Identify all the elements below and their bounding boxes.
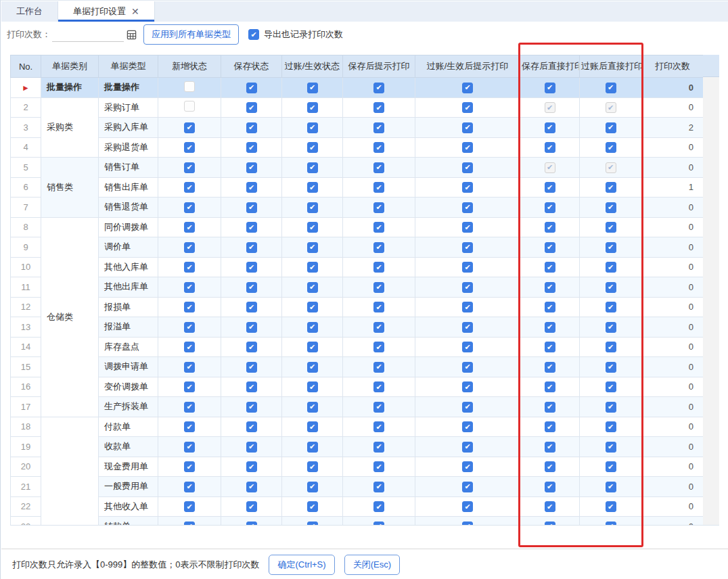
save_direct_print-checkbox[interactable]: ✔ (545, 83, 555, 93)
save_status-checkbox[interactable]: ✔ (246, 482, 257, 492)
post_status-checkbox[interactable]: ✔ (307, 83, 318, 93)
save_prompt_print-checkbox[interactable]: ✔ (373, 482, 384, 492)
table-row[interactable]: 22其他收入单✔✔✔✔✔✔✔0 (11, 496, 704, 517)
print-count-cell[interactable]: 0 (642, 437, 704, 457)
print-count-cell[interactable]: 0 (642, 277, 704, 298)
table-row[interactable]: 8仓储类同价调拨单✔✔✔✔✔✔✔0 (11, 217, 704, 237)
post_prompt_print-checkbox[interactable]: ✔ (462, 501, 473, 512)
save_prompt_print-checkbox[interactable]: ✔ (373, 461, 384, 472)
post_status-checkbox[interactable]: ✔ (307, 162, 318, 173)
post_direct_print-checkbox[interactable]: ✔ (606, 362, 616, 373)
post_prompt_print-checkbox[interactable]: ✔ (462, 83, 473, 93)
post_prompt_print-checkbox[interactable]: ✔ (462, 222, 473, 233)
print-count-cell[interactable]: 0 (642, 357, 704, 377)
post_prompt_print-checkbox[interactable]: ✔ (462, 442, 473, 453)
post_status-checkbox[interactable]: ✔ (307, 122, 318, 133)
add_status-checkbox[interactable]: ✔ (184, 362, 195, 373)
table-row[interactable]: 4采购退货单✔✔✔✔✔✔✔0 (11, 137, 704, 158)
print-count-cell[interactable]: 0 (642, 317, 704, 338)
post_status-checkbox[interactable]: ✔ (307, 402, 318, 413)
save_direct_print-checkbox[interactable]: ✔ (545, 482, 555, 492)
post_prompt_print-checkbox[interactable]: ✔ (462, 282, 473, 293)
post_status-checkbox[interactable]: ✔ (307, 342, 318, 352)
table-row[interactable]: 18付款单✔✔✔✔✔✔✔0 (11, 417, 704, 437)
post_direct_print-checkbox[interactable]: ✔ (606, 402, 616, 413)
save_status-checkbox[interactable]: ✔ (246, 142, 257, 153)
save_direct_print-checkbox[interactable]: ✔ (545, 142, 555, 153)
add_status-checkbox[interactable]: ✔ (184, 222, 195, 233)
save_prompt_print-checkbox[interactable]: ✔ (373, 182, 384, 193)
print-count-cell[interactable]: 0 (642, 397, 704, 417)
save_direct_print-checkbox[interactable]: ✔ (545, 122, 555, 133)
post_status-checkbox[interactable]: ✔ (307, 282, 318, 293)
ok-button[interactable]: 确定(Ctrl+S) (269, 555, 334, 575)
table-row[interactable]: 9调价单✔✔✔✔✔✔✔0 (11, 237, 704, 258)
print-count-cell[interactable]: 0 (642, 477, 704, 497)
post_status-checkbox[interactable]: ✔ (307, 182, 318, 193)
print-count-cell[interactable]: 0 (642, 198, 704, 218)
save_status-checkbox[interactable]: ✔ (246, 162, 257, 173)
table-row[interactable]: 12报损单✔✔✔✔✔✔✔0 (11, 297, 704, 317)
add_status-checkbox[interactable]: ✔ (184, 302, 195, 312)
save_prompt_print-checkbox[interactable]: ✔ (373, 83, 384, 93)
calculator-icon[interactable] (127, 30, 137, 40)
post_prompt_print-checkbox[interactable]: ✔ (462, 102, 473, 113)
post_direct_print-checkbox[interactable]: ✔ (606, 122, 616, 133)
tab-workbench[interactable]: 工作台 (1, 1, 58, 22)
add_status-checkbox[interactable]: ✔ (184, 342, 195, 352)
print-count-cell[interactable]: 0 (642, 217, 704, 237)
save_status-checkbox[interactable]: ✔ (246, 242, 257, 253)
save_direct_print-checkbox[interactable]: ✔ (545, 421, 555, 432)
post_status-checkbox[interactable]: ✔ (307, 461, 318, 472)
add_status-checkbox[interactable]: ✔ (184, 122, 195, 133)
table-row[interactable]: 23转款单✔✔✔✔✔✔✔0 (11, 517, 704, 526)
save_prompt_print-checkbox[interactable]: ✔ (373, 421, 384, 432)
post_prompt_print-checkbox[interactable]: ✔ (462, 302, 473, 312)
save_status-checkbox[interactable]: ✔ (246, 182, 257, 193)
post_direct_print-checkbox[interactable]: ✔ (606, 501, 616, 512)
post_status-checkbox[interactable]: ✔ (307, 222, 318, 233)
tab-print-settings[interactable]: 单据打印设置 ✕ (58, 1, 155, 22)
post_prompt_print-checkbox[interactable]: ✔ (462, 242, 473, 253)
save_status-checkbox[interactable]: ✔ (246, 222, 257, 233)
print-count-cell[interactable]: 0 (642, 257, 704, 277)
post_status-checkbox[interactable]: ✔ (307, 102, 318, 113)
print-count-cell[interactable]: 0 (642, 78, 704, 98)
save_status-checkbox[interactable]: ✔ (246, 461, 257, 472)
save_direct_print-checkbox[interactable]: ✔ (545, 282, 555, 293)
save_status-checkbox[interactable]: ✔ (246, 202, 257, 213)
print-count-cell[interactable]: 0 (642, 417, 704, 437)
post_prompt_print-checkbox[interactable]: ✔ (462, 262, 473, 273)
save_status-checkbox[interactable]: ✔ (246, 402, 257, 413)
print-count-cell[interactable]: 2 (642, 118, 704, 138)
table-row[interactable]: 21一般费用单✔✔✔✔✔✔✔0 (11, 477, 704, 497)
print-count-cell[interactable]: 0 (642, 97, 704, 118)
save_prompt_print-checkbox[interactable]: ✔ (373, 522, 384, 526)
add_status-checkbox[interactable]: ✔ (184, 442, 195, 453)
save_direct_print-checkbox[interactable]: ✔ (545, 461, 555, 472)
add_status-checkbox[interactable]: ✔ (184, 202, 195, 213)
save_direct_print-checkbox[interactable]: ✔ (545, 402, 555, 413)
save_status-checkbox[interactable]: ✔ (246, 442, 257, 453)
post_status-checkbox[interactable]: ✔ (307, 522, 318, 526)
print-count-cell[interactable]: 0 (642, 496, 704, 517)
post_direct_print-checkbox[interactable]: ✔ (606, 202, 616, 213)
print-count-cell[interactable]: 0 (642, 158, 704, 178)
save_status-checkbox[interactable]: ✔ (246, 342, 257, 352)
post_prompt_print-checkbox[interactable]: ✔ (462, 322, 473, 333)
post_direct_print-checkbox[interactable]: ✔ (606, 242, 616, 253)
close-button[interactable]: 关闭(Esc) (344, 555, 400, 575)
save_prompt_print-checkbox[interactable]: ✔ (373, 122, 384, 133)
post_prompt_print-checkbox[interactable]: ✔ (462, 202, 473, 213)
close-tab-icon[interactable]: ✕ (131, 7, 139, 16)
table-row[interactable]: 19收款单✔✔✔✔✔✔✔0 (11, 437, 704, 457)
table-row[interactable]: 20现金费用单✔✔✔✔✔✔✔0 (11, 457, 704, 477)
export-record-checkbox[interactable]: ✔ (248, 29, 259, 40)
post_direct_print-checkbox[interactable]: ✔ (606, 222, 616, 233)
table-row[interactable]: 3采购入库单✔✔✔✔✔✔✔2 (11, 118, 704, 138)
print-count-cell[interactable]: 0 (642, 237, 704, 258)
post_direct_print-checkbox[interactable]: ✔ (606, 142, 616, 153)
save_status-checkbox[interactable]: ✔ (246, 362, 257, 373)
add_status-checkbox[interactable] (184, 101, 195, 112)
add_status-checkbox[interactable]: ✔ (184, 282, 195, 293)
